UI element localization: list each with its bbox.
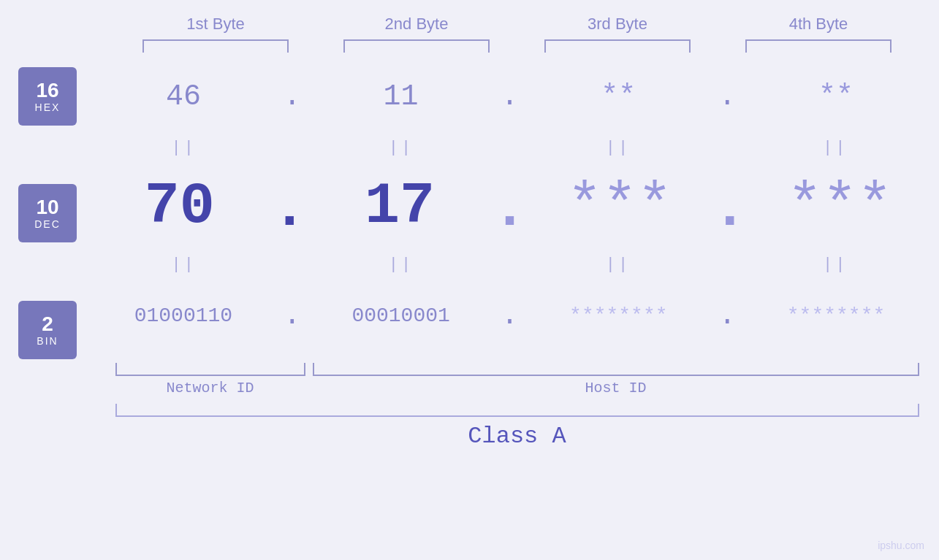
hex-b2-value: 11 bbox=[384, 80, 419, 113]
eq1-b4: || bbox=[755, 139, 916, 157]
dec-b3-value: *** bbox=[567, 173, 672, 239]
dot-hex-2: . bbox=[501, 80, 518, 113]
dot-bin-3: . bbox=[718, 299, 736, 332]
dot-bin-2: . bbox=[501, 299, 518, 332]
dec-b1-cell: 70 bbox=[99, 173, 260, 239]
host-bracket bbox=[313, 363, 919, 376]
hex-number: 16 bbox=[36, 80, 58, 102]
dec-b2-cell: 17 bbox=[319, 173, 480, 239]
eq2-b1-sign: || bbox=[172, 256, 197, 274]
dot-dec-2: . bbox=[492, 176, 527, 250]
byte-header-3: 3rd Byte bbox=[537, 15, 698, 34]
hex-b2-cell: 11 bbox=[321, 80, 482, 113]
dot-dec-3: . bbox=[712, 176, 748, 250]
bin-b3-cell: ******** bbox=[538, 304, 699, 327]
bin-b3-value: ******** bbox=[569, 304, 667, 327]
network-id-label: Network ID bbox=[115, 380, 305, 396]
byte-header-2: 2nd Byte bbox=[336, 15, 497, 34]
top-bracket-2 bbox=[343, 39, 490, 53]
class-section: Class A bbox=[115, 404, 919, 450]
bin-b2-cell: 00010001 bbox=[321, 304, 482, 327]
dot-dec-1: . bbox=[272, 176, 307, 250]
byte-headers-row: 1st Byte 2nd Byte 3rd Byte 4th Byte bbox=[115, 15, 919, 34]
bin-label: BIN bbox=[37, 335, 58, 347]
dec-label: DEC bbox=[34, 218, 61, 230]
watermark: ipshu.com bbox=[878, 540, 924, 551]
top-bracket-3 bbox=[544, 39, 691, 53]
dec-number: 10 bbox=[36, 196, 58, 219]
eq2-b2: || bbox=[321, 256, 482, 274]
bin-row: 01000110 . 00010001 . ******** . *******… bbox=[95, 279, 924, 352]
top-bracket-1 bbox=[142, 39, 289, 53]
bytes-grid: 46 . 11 . ** . ** || || bbox=[95, 60, 924, 359]
dot-bin-1: . bbox=[284, 299, 301, 332]
byte-header-4: 4th Byte bbox=[738, 15, 899, 34]
bin-b2-value: 00010001 bbox=[351, 304, 449, 327]
top-bracket-4 bbox=[745, 39, 892, 53]
bin-b4-cell: ******** bbox=[756, 304, 916, 327]
hex-b3-cell: ** bbox=[538, 80, 699, 113]
top-brackets bbox=[115, 39, 919, 53]
eq1-b4-sign: || bbox=[823, 139, 848, 157]
dec-b4-cell: *** bbox=[759, 173, 920, 239]
dec-b3-cell: *** bbox=[539, 173, 700, 239]
eq1-b2: || bbox=[321, 139, 482, 157]
bin-b4-value: ******** bbox=[787, 304, 885, 327]
hex-label: HEX bbox=[35, 101, 61, 113]
class-bracket bbox=[115, 404, 919, 417]
eq1-b2-sign: || bbox=[389, 139, 414, 157]
eq1-b1: || bbox=[104, 139, 265, 157]
hex-b4-value: ** bbox=[818, 80, 854, 113]
eq2-b3-sign: || bbox=[606, 256, 631, 274]
eq2-b4-sign: || bbox=[823, 256, 848, 274]
bin-number: 2 bbox=[42, 313, 53, 336]
bottom-brackets bbox=[115, 363, 919, 376]
dot-hex-3: . bbox=[718, 80, 736, 113]
main-content: 16 HEX 10 DEC 2 BIN 46 . 11 bbox=[0, 60, 939, 359]
byte-header-1: 1st Byte bbox=[135, 15, 296, 34]
eq1-b3: || bbox=[538, 139, 699, 157]
bin-b1-value: 01000110 bbox=[134, 304, 232, 327]
left-labels: 16 HEX 10 DEC 2 BIN bbox=[0, 60, 95, 359]
hex-b3-value: ** bbox=[601, 80, 636, 113]
dec-b1-value: 70 bbox=[145, 173, 215, 239]
main-container: 1st Byte 2nd Byte 3rd Byte 4th Byte 16 H… bbox=[0, 0, 939, 560]
host-id-label: Host ID bbox=[313, 380, 919, 396]
bin-badge: 2 BIN bbox=[18, 301, 77, 359]
eq2-b2-sign: || bbox=[389, 256, 414, 274]
bin-b1-cell: 01000110 bbox=[103, 304, 264, 327]
dec-b4-value: *** bbox=[787, 173, 892, 239]
dec-row: 70 . 17 . *** . *** bbox=[95, 162, 924, 250]
eq2-b3: || bbox=[538, 256, 699, 274]
hex-b4-cell: ** bbox=[756, 80, 916, 113]
eq1-b1-sign: || bbox=[172, 139, 197, 157]
hex-badge: 16 HEX bbox=[18, 67, 77, 126]
dec-badge: 10 DEC bbox=[18, 184, 77, 242]
hex-b1-cell: 46 bbox=[103, 80, 264, 113]
equals-row-2: || || || || bbox=[95, 250, 924, 279]
dot-hex-1: . bbox=[284, 80, 301, 113]
equals-row-1: || || || || bbox=[95, 133, 924, 162]
hex-b1-value: 46 bbox=[166, 80, 201, 113]
network-bracket bbox=[115, 363, 305, 376]
class-label: Class A bbox=[115, 423, 919, 450]
bottom-section: Network ID Host ID bbox=[115, 363, 919, 396]
bottom-labels: Network ID Host ID bbox=[115, 380, 919, 396]
hex-row: 46 . 11 . ** . ** bbox=[95, 60, 924, 133]
eq1-b3-sign: || bbox=[606, 139, 631, 157]
dec-b2-value: 17 bbox=[365, 173, 435, 239]
eq2-b4: || bbox=[755, 256, 916, 274]
eq2-b1: || bbox=[104, 256, 265, 274]
